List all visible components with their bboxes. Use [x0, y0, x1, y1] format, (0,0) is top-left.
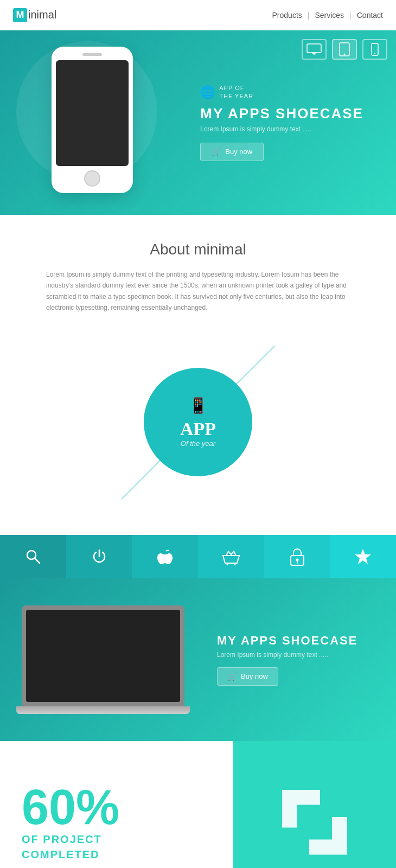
laptop-content: MY APPS SHOECASE Lorem Ipsum is simply d… [217, 634, 357, 686]
laptop-base [16, 706, 190, 714]
svg-point-9 [226, 564, 228, 565]
nav-products[interactable]: Products [272, 11, 302, 20]
stats-left: 60% OF PROJECT COMPLETED [0, 741, 233, 868]
hero-title: MY APPS SHOECASE [200, 105, 363, 122]
nav-sep-2: | [349, 11, 352, 20]
stats-section: 60% OF PROJECT COMPLETED [0, 741, 396, 868]
hero-content: 🌐 APP OFTHE YEAR MY APPS SHOECASE Lorem … [200, 84, 363, 161]
tablet-icon[interactable] [332, 39, 357, 60]
phone-screen [56, 60, 129, 166]
svg-point-4 [344, 54, 346, 55]
laptop-wrap [22, 605, 195, 714]
hero-phone [43, 47, 141, 193]
app-badge-wrap: 📱 APP Of the year [111, 335, 285, 509]
logo-text: inimal [28, 9, 56, 21]
stats-label: OF PROJECT COMPLETED [22, 832, 212, 862]
device-icons [302, 39, 387, 60]
svg-line-8 [35, 558, 40, 563]
laptop-subtitle: Lorem Ipsum is simply dummy text ..... [217, 651, 357, 659]
icon-bar-power[interactable] [66, 535, 132, 578]
arrow-up-left [282, 790, 320, 828]
icon-bar-apple[interactable] [132, 535, 198, 578]
about-title: About minimal [33, 241, 363, 258]
logo-letter: M [13, 8, 27, 22]
circle-phone-icon: 📱 [189, 397, 208, 414]
globe-icon: 🌐 [200, 86, 215, 100]
hero-buy-button[interactable]: 🛒 Buy now [200, 143, 264, 161]
circle-app-text: APP [180, 419, 216, 439]
circle-sub-text: Of the year [181, 439, 215, 448]
stats-right [233, 741, 396, 868]
icon-bar-search[interactable] [0, 535, 66, 578]
mobile-icon[interactable] [362, 39, 387, 60]
phone-speaker [82, 53, 102, 56]
laptop-title: MY APPS SHOECASE [217, 634, 357, 648]
laptop-screen-outer [22, 605, 184, 706]
app-circle: 📱 APP Of the year [144, 368, 252, 476]
stats-line2: COMPLETED [22, 848, 100, 860]
about-body: Lorem Ipsum is simply dummy text of the … [46, 269, 350, 314]
laptop-buy-label: Buy now [241, 672, 268, 680]
icons-bar [0, 535, 396, 578]
svg-point-6 [374, 53, 375, 54]
hero-buy-label: Buy now [225, 148, 252, 156]
laptop-cart-icon: 🛒 [227, 672, 237, 681]
phone-home-button [84, 170, 100, 187]
navbar: M inimal Products | Services | Contact [0, 0, 396, 30]
desktop-icon[interactable] [302, 39, 327, 60]
cart-icon: 🛒 [212, 148, 221, 156]
laptop-buy-button[interactable]: 🛒 Buy now [217, 667, 278, 686]
svg-marker-14 [355, 549, 371, 564]
laptop-section: MY APPS SHOECASE Lorem Ipsum is simply d… [0, 578, 396, 741]
hero-subtitle: Lorem Ipsum is simply dummy text ..... [200, 125, 363, 133]
about-section: About minimal Lorem Ipsum is simply dumm… [0, 215, 396, 535]
arrow-down-right [309, 817, 347, 855]
nav-sep-1: | [308, 11, 310, 20]
laptop-screen [26, 610, 180, 702]
app-of-year-label: APP OFTHE YEAR [219, 84, 253, 101]
hero-section: 🌐 APP OFTHE YEAR MY APPS SHOECASE Lorem … [0, 30, 396, 215]
svg-rect-0 [307, 44, 321, 53]
stats-percent: 60% [22, 783, 212, 832]
icon-bar-star[interactable] [330, 535, 396, 578]
app-of-year: 🌐 APP OFTHE YEAR [200, 84, 363, 101]
icon-bar-lock[interactable] [264, 535, 330, 578]
stats-line1: OF PROJECT [22, 833, 102, 845]
nav-contact[interactable]: Contact [357, 11, 383, 20]
nav-links: Products | Services | Contact [272, 11, 383, 20]
arrow-graphic [282, 790, 347, 855]
logo: M inimal [13, 8, 56, 22]
svg-point-10 [234, 564, 235, 565]
icon-bar-basket[interactable] [198, 535, 264, 578]
nav-services[interactable]: Services [315, 11, 344, 20]
